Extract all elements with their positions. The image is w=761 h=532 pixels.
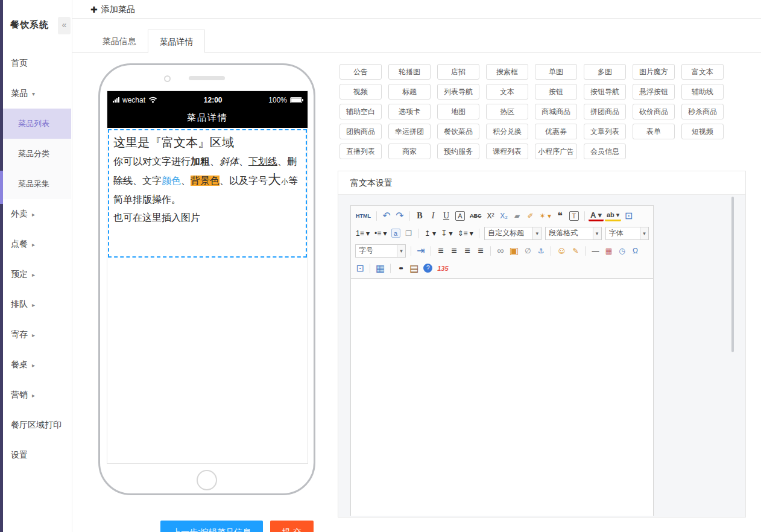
component-button[interactable]: 商家 (388, 144, 431, 159)
component-button[interactable]: 商城商品 (535, 104, 577, 119)
ordered-list-icon[interactable]: 1≡ ▾ (354, 227, 371, 240)
component-button[interactable]: 轮播图 (388, 64, 431, 80)
sidebar-item-queue[interactable]: 排队 ▸ (3, 290, 71, 320)
undo-icon[interactable]: ↶ (380, 209, 393, 223)
align-center-icon[interactable]: ≡ (448, 244, 460, 258)
component-button[interactable]: 砍价商品 (633, 104, 675, 119)
component-button[interactable]: 热区 (486, 104, 528, 119)
component-button[interactable]: 图片魔方 (633, 64, 675, 80)
component-button[interactable]: 小程序广告 (535, 144, 577, 159)
unlink-icon[interactable]: ∅ (522, 244, 534, 258)
anchor-icon[interactable]: ⚓ (535, 244, 547, 258)
component-button[interactable]: 富文本 (681, 64, 724, 80)
component-button[interactable]: 辅助空白 (339, 104, 382, 119)
paragraph-format-select[interactable]: 段落格式 ▾ (545, 227, 601, 240)
component-button[interactable]: 搜索框 (486, 64, 528, 80)
special-char-icon[interactable]: Ω (629, 244, 641, 258)
component-button[interactable]: 拼团商品 (584, 104, 626, 119)
editor-135-icon[interactable]: 135 (435, 262, 450, 275)
date-icon[interactable]: ▦ (602, 244, 614, 258)
add-dish-button[interactable]: ✚ 添加菜品 (90, 2, 135, 17)
highlight-color-icon[interactable]: ab ▾ (605, 211, 621, 221)
sidebar-item-storage[interactable]: 寄存 ▸ (3, 320, 71, 350)
paragraph-space-bottom-icon[interactable]: ↧ ▾ (439, 227, 454, 240)
underline-icon[interactable]: U (440, 209, 452, 223)
component-button[interactable]: 预约服务 (437, 144, 479, 159)
component-button[interactable]: 幸运拼团 (388, 124, 431, 139)
component-button[interactable]: 悬浮按钮 (633, 84, 675, 100)
sidebar-item-area-print[interactable]: 餐厅区域打印 (3, 410, 71, 440)
redo-icon[interactable]: ↷ (394, 209, 406, 223)
search-replace-icon[interactable]: ●● (394, 262, 406, 275)
component-button[interactable]: 店招 (437, 64, 479, 80)
line-height-icon[interactable]: ⇕≡ ▾ (455, 227, 475, 240)
sidebar-item-dish-collect[interactable]: 菜品采集 (3, 169, 71, 199)
component-button[interactable]: 列表导航 (437, 84, 479, 100)
table-icon[interactable]: ▦ (374, 262, 387, 275)
panel-scrollbar-thumb[interactable] (731, 197, 734, 352)
component-button[interactable]: 短视频 (681, 124, 724, 139)
sidebar-item-settings[interactable]: 设置 (3, 440, 71, 470)
emoji-icon[interactable]: ☺ (555, 244, 568, 258)
component-button[interactable]: 课程列表 (486, 144, 528, 159)
italic-icon[interactable]: I (427, 209, 439, 223)
tab-dish-detail[interactable]: 菜品详情 (148, 30, 205, 53)
component-button[interactable]: 地图 (437, 104, 479, 119)
component-button[interactable]: 按钮 (535, 84, 577, 100)
edit-window-icon[interactable]: ⊡ (622, 209, 634, 223)
component-button[interactable]: 文本 (486, 84, 528, 100)
bold-icon[interactable]: B (414, 209, 426, 223)
sidebar-item-takeout[interactable]: 外卖 ▸ (3, 199, 71, 229)
sidebar-item-tables[interactable]: 餐桌 ▸ (3, 350, 71, 380)
horizontal-rule-icon[interactable]: — (589, 244, 601, 258)
sidebar-item-dishes[interactable]: 菜品 ▾ (3, 78, 71, 109)
paste-text-icon[interactable]: T (569, 211, 579, 221)
align-justify-icon[interactable]: ≡ (475, 244, 487, 258)
format-painter-icon[interactable]: ✐ (525, 209, 537, 223)
strikethrough-icon[interactable]: ABC (468, 209, 484, 223)
component-button[interactable]: 团购商品 (339, 124, 382, 139)
sidebar-item-marketing[interactable]: 营销 ▸ (3, 380, 71, 410)
new-page-icon[interactable]: ❐ (403, 227, 415, 240)
time-icon[interactable]: ◷ (616, 244, 628, 258)
paragraph-space-top-icon[interactable]: ↥ ▾ (423, 227, 438, 240)
auto-typeset-icon[interactable]: ✶ ▾ (538, 209, 553, 223)
html-source-icon[interactable]: HTML (354, 209, 373, 223)
component-button[interactable]: 积分兑换 (486, 124, 528, 139)
component-button[interactable]: 辅助线 (681, 84, 724, 100)
auto-link-icon[interactable]: a (391, 229, 400, 238)
scrawl-icon[interactable]: ✎ (569, 244, 581, 258)
indent-icon[interactable]: ⇥ (415, 244, 427, 258)
superscript-icon[interactable]: X² (485, 209, 497, 223)
component-button[interactable]: 优惠券 (535, 124, 577, 139)
component-button[interactable]: 标题 (388, 84, 431, 100)
editor-content-area[interactable] (351, 279, 653, 516)
link-icon[interactable]: ∞ (494, 244, 507, 258)
component-button[interactable]: 单图 (535, 64, 577, 80)
component-button[interactable]: 多图 (584, 64, 626, 80)
help-icon[interactable]: ? (423, 264, 432, 273)
sidebar-item-ordering[interactable]: 点餐 ▸ (3, 229, 71, 259)
font-family-select[interactable]: 字体 ▾ (605, 227, 649, 240)
component-button[interactable]: 视频 (339, 84, 382, 100)
sidebar-item-dish-category[interactable]: 菜品分类 (3, 139, 71, 169)
tab-dish-info[interactable]: 菜品信息 (90, 30, 148, 52)
font-size-select[interactable]: 字号 ▾ (355, 244, 406, 258)
sidebar-item-dish-list[interactable]: 菜品列表 (3, 109, 71, 139)
align-left-icon[interactable]: ≡ (435, 244, 447, 258)
component-button[interactable]: 会员信息 (584, 144, 626, 159)
component-button[interactable]: 秒杀商品 (681, 104, 724, 119)
align-right-icon[interactable]: ≡ (461, 244, 473, 258)
sidebar-item-home[interactable]: 首页 (3, 48, 71, 78)
component-button[interactable]: 选项卡 (388, 104, 431, 119)
component-button[interactable]: 餐饮菜品 (437, 124, 479, 139)
preview-icon[interactable]: ⊡ (354, 262, 366, 275)
submit-button[interactable]: 提 交 (270, 521, 314, 532)
unordered-list-icon[interactable]: •≡ ▾ (373, 227, 389, 240)
paste-icon[interactable]: ▤ (408, 262, 420, 275)
component-button[interactable]: 文章列表 (584, 124, 626, 139)
prev-step-button[interactable]: 上一步:编辑菜品信息 (160, 521, 263, 532)
border-text-icon[interactable]: A (455, 211, 465, 221)
blockquote-icon[interactable]: ❝ (554, 209, 566, 223)
component-button[interactable]: 按钮导航 (584, 84, 626, 100)
